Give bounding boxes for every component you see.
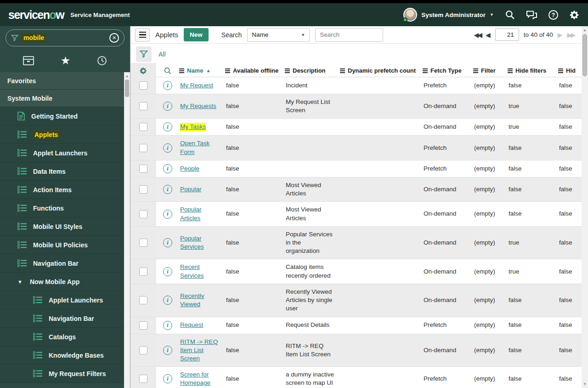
list-search-icon[interactable] <box>156 63 179 79</box>
applet-name-link[interactable]: Popular Articles <box>180 205 221 222</box>
navigator-tabs: ★ <box>0 49 130 72</box>
tab-history[interactable] <box>96 55 107 66</box>
row-checkbox[interactable] <box>139 296 147 304</box>
cell-filter: (empty) <box>473 136 508 160</box>
row-checkbox[interactable] <box>139 268 147 276</box>
cell-filter: (empty) <box>473 77 508 94</box>
clear-search-icon[interactable]: ✕ <box>109 33 119 43</box>
sidebar-item-applets[interactable]: Applets <box>0 126 124 144</box>
info-icon[interactable]: i <box>163 122 172 131</box>
sidebar-item-label: Navigation Bar <box>49 315 94 322</box>
column-header-offline[interactable]: Available offline <box>225 67 285 74</box>
row-checkbox[interactable] <box>139 375 147 383</box>
column-menu-icon <box>179 68 184 73</box>
row-checkbox[interactable] <box>139 239 147 247</box>
personalize-list-gear-icon[interactable] <box>130 63 156 79</box>
cell-name: People <box>179 160 225 177</box>
applet-name-link[interactable]: My Request <box>180 81 213 90</box>
sidebar-item-mobile-ui-policies[interactable]: Mobile UI Policies <box>0 236 124 254</box>
global-search-icon[interactable] <box>505 10 515 20</box>
list-search-input[interactable] <box>315 28 383 42</box>
connect-chat-icon[interactable] <box>526 10 537 20</box>
scroll-up-icon[interactable]: ▲ <box>582 27 588 33</box>
sidebar-item-knowledge-bases[interactable]: Knowledge Bases <box>0 346 124 365</box>
row-checkbox[interactable] <box>139 102 147 110</box>
row-checkbox[interactable] <box>139 346 147 354</box>
info-icon[interactable]: i <box>163 81 172 90</box>
sidebar-item-navigation-bar[interactable]: Navigation Bar <box>0 309 124 328</box>
applet-name-link[interactable]: Recent Services <box>180 263 221 280</box>
column-header-hidefilters[interactable]: Hide filters <box>508 67 558 74</box>
row-checkbox[interactable] <box>139 144 147 152</box>
info-icon[interactable]: i <box>163 164 172 173</box>
tab-all-applications[interactable] <box>23 56 34 66</box>
column-header-desc[interactable]: Description <box>285 67 340 74</box>
applet-name-link[interactable]: Popular <box>180 185 202 194</box>
info-icon[interactable]: i <box>163 321 172 330</box>
applet-name-link[interactable]: People <box>180 165 199 173</box>
info-icon[interactable]: i <box>163 374 172 383</box>
column-header-filter[interactable]: Filter <box>473 67 508 74</box>
cell-hid: false <box>558 136 580 160</box>
new-button[interactable]: New <box>184 28 209 41</box>
applet-name-link[interactable]: Popular Services <box>180 234 221 251</box>
column-header-dynamic[interactable]: Dynamic prefetch count <box>340 67 423 74</box>
column-header-hid[interactable]: Hid <box>558 67 580 74</box>
row-number-input[interactable] <box>495 29 519 41</box>
tab-favorites[interactable]: ★ <box>61 55 71 66</box>
breadcrumb-all-link[interactable]: All <box>158 51 166 58</box>
column-header-fetch[interactable]: Fetch Type <box>423 67 473 74</box>
gear-icon[interactable] <box>569 10 580 20</box>
applet-name-link[interactable]: RITM -> REQ Item List Screen <box>180 338 221 363</box>
sidebar-item-functions[interactable]: Functions <box>0 199 124 217</box>
row-checkbox[interactable] <box>139 81 147 90</box>
sidebar-item-my-request-filters[interactable]: My Request Filters <box>0 365 124 383</box>
sidebar-item-navigation-bar[interactable]: Navigation Bar <box>0 254 124 273</box>
scroll-up-icon[interactable]: ▲ <box>124 73 130 79</box>
sidebar-item-applet-launchers[interactable]: Applet Launchers <box>0 144 124 162</box>
table-row: iMy RequestfalseIncidentPrefetch(empty)f… <box>130 77 582 94</box>
info-icon[interactable]: i <box>163 346 172 355</box>
info-icon[interactable]: i <box>163 210 172 219</box>
nav-toggle-now-mobile-app[interactable]: ▼Now Mobile App <box>0 273 124 291</box>
column-header-name[interactable]: Name▲ <box>179 67 225 74</box>
row-checkbox[interactable] <box>139 165 147 173</box>
row-checkbox[interactable] <box>139 210 147 218</box>
applet-name-link[interactable]: My Tasks <box>180 123 206 131</box>
row-info-cell: i <box>156 334 179 367</box>
search-field-select[interactable]: Name ▼ <box>247 28 310 42</box>
sidebar-item-catalogs[interactable]: Catalogs <box>0 328 124 346</box>
sidebar-item-data-items[interactable]: Data Items <box>0 162 124 181</box>
sidebar-scroll-thumb[interactable] <box>125 80 129 97</box>
list-scroll-thumb[interactable] <box>582 34 587 76</box>
applet-name-link[interactable]: My Requests <box>180 102 216 110</box>
info-icon[interactable]: i <box>163 296 172 305</box>
list-context-menu-button[interactable] <box>135 28 150 42</box>
user-menu[interactable]: System Administrator ▼ <box>403 8 494 22</box>
scroll-down-icon[interactable]: ▼ <box>582 381 588 387</box>
first-page-button[interactable]: ◀◀ <box>474 31 481 39</box>
filter-navigator-input[interactable]: mobile ✕ <box>6 29 124 46</box>
row-checkbox[interactable] <box>139 123 147 131</box>
applet-name-link[interactable]: Recently Viewed <box>180 292 221 308</box>
info-icon[interactable]: i <box>163 185 172 194</box>
previous-page-button[interactable]: ◀ <box>486 31 491 39</box>
sidebar-item-action-items[interactable]: Action Items <box>0 181 124 199</box>
applet-name-link[interactable]: Open Task Form <box>180 139 221 156</box>
info-icon[interactable]: i <box>163 238 172 247</box>
top-strip <box>0 0 588 3</box>
sidebar-item-getting-started[interactable]: Getting Started <box>0 107 124 126</box>
info-icon[interactable]: i <box>163 267 172 276</box>
row-checkbox[interactable] <box>139 321 147 330</box>
sidebar-item-label: My Request Filters <box>49 370 106 377</box>
applet-name-link[interactable]: Screen for Homepage <box>180 371 221 387</box>
row-checkbox[interactable] <box>139 185 147 194</box>
cell-filter: (empty) <box>473 177 508 201</box>
applet-name-link[interactable]: Request <box>180 321 203 329</box>
sidebar-item-mobile-ui-styles[interactable]: Mobile UI Styles <box>0 217 124 236</box>
help-icon[interactable]: ? <box>548 10 558 20</box>
filter-toggle-button[interactable] <box>136 46 152 62</box>
info-icon[interactable]: i <box>163 102 172 111</box>
sidebar-item-applet-launchers[interactable]: Applet Launchers <box>0 291 124 309</box>
info-icon[interactable]: i <box>163 143 172 153</box>
